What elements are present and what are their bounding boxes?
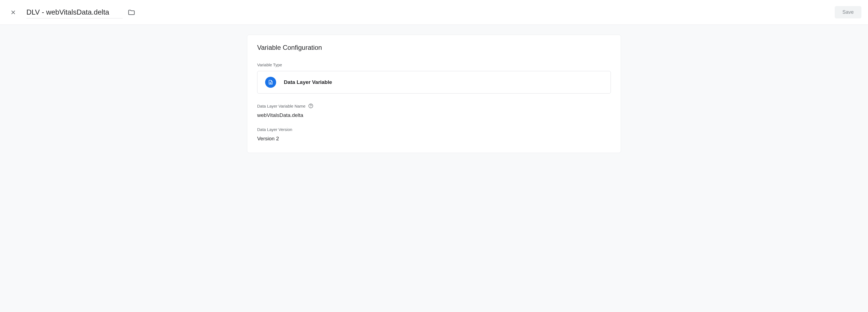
folder-icon bbox=[128, 8, 135, 16]
variable-name-value: webVitalsData.delta bbox=[257, 112, 611, 118]
variable-name-label: Data Layer Variable Name bbox=[257, 103, 611, 108]
version-value: Version 2 bbox=[257, 136, 611, 142]
version-label: Data Layer Version bbox=[257, 127, 611, 132]
help-icon bbox=[308, 103, 313, 108]
variable-type-selector[interactable]: Data Layer Variable bbox=[257, 71, 611, 94]
header-bar: Save bbox=[0, 0, 868, 25]
variable-configuration-card: Variable Configuration Variable Type Dat… bbox=[247, 35, 621, 153]
variable-type-name: Data Layer Variable bbox=[284, 79, 332, 85]
variable-name-input[interactable] bbox=[26, 6, 123, 19]
document-icon bbox=[268, 80, 273, 85]
content-area: Variable Configuration Variable Type Dat… bbox=[0, 25, 868, 312]
close-icon bbox=[10, 9, 17, 16]
close-button[interactable] bbox=[7, 6, 20, 19]
help-button[interactable] bbox=[308, 103, 313, 108]
card-title: Variable Configuration bbox=[257, 44, 611, 52]
variable-type-label: Variable Type bbox=[257, 62, 611, 67]
variable-name-label-text: Data Layer Variable Name bbox=[257, 104, 306, 108]
folder-button[interactable] bbox=[128, 8, 135, 16]
variable-type-icon-wrap bbox=[265, 77, 276, 88]
save-button[interactable]: Save bbox=[835, 6, 861, 19]
title-wrapper bbox=[26, 6, 835, 19]
